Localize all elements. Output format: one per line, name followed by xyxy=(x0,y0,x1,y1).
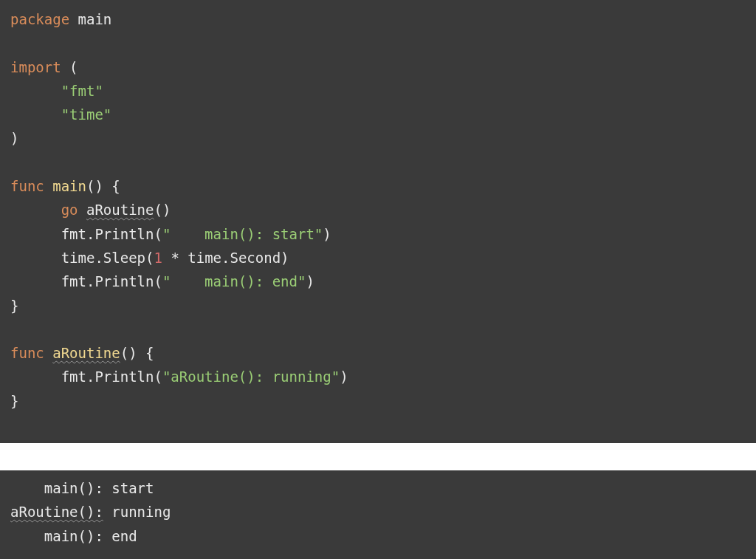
text: () { xyxy=(86,178,120,194)
number: 1 xyxy=(154,250,162,266)
indent xyxy=(10,202,61,218)
keyword: func xyxy=(10,345,44,361)
string: "fmt" xyxy=(61,83,103,99)
text: () { xyxy=(120,345,154,361)
space xyxy=(44,345,52,361)
separator xyxy=(0,443,756,470)
code-line xyxy=(10,318,746,341)
string: "time" xyxy=(61,106,112,123)
indent xyxy=(10,106,61,123)
output-text: running xyxy=(103,504,171,520)
space xyxy=(44,178,52,194)
indent xyxy=(10,273,61,289)
keyword: package xyxy=(10,11,69,27)
output-line: main(): start xyxy=(10,476,746,500)
code-line: fmt.Println(" main(): end") xyxy=(10,270,746,293)
code-editor[interactable]: package main import ( "fmt" "time" ) fun… xyxy=(0,0,756,443)
code-line xyxy=(10,31,746,55)
text: fmt.Println( xyxy=(61,368,162,385)
text: ) xyxy=(323,226,331,242)
indent xyxy=(10,226,61,242)
text: time.Sleep( xyxy=(61,250,154,266)
output-text: aRoutine(): xyxy=(10,504,103,520)
function-name: main xyxy=(52,178,86,194)
code-line: } xyxy=(10,294,746,318)
code-line: time.Sleep(1 * time.Second) xyxy=(10,246,746,270)
code-line: fmt.Println("aRoutine(): running") xyxy=(10,365,746,388)
output-line: aRoutine(): running xyxy=(10,500,746,524)
indent xyxy=(10,83,61,99)
code-line: "time" xyxy=(10,103,746,126)
text: fmt.Println( xyxy=(61,273,162,289)
text: fmt.Println( xyxy=(61,226,162,242)
space xyxy=(69,11,78,27)
keyword: import xyxy=(10,59,61,75)
indent xyxy=(10,368,61,385)
code-line: func main() { xyxy=(10,174,746,198)
text: ) xyxy=(340,368,348,385)
text: ( xyxy=(61,59,78,75)
keyword: go xyxy=(61,202,78,218)
text: ) xyxy=(306,273,314,289)
output-line: main(): end xyxy=(10,524,746,548)
identifier: main xyxy=(78,11,112,27)
output-console[interactable]: main(): start aRoutine(): running main()… xyxy=(0,470,756,559)
code-line: package main xyxy=(10,7,746,31)
code-line: "fmt" xyxy=(10,79,746,103)
function-call: aRoutine xyxy=(86,202,154,218)
space xyxy=(78,202,86,218)
text: * time.Second) xyxy=(162,250,289,266)
string: "aRoutine(): running" xyxy=(162,368,340,385)
indent xyxy=(10,250,61,266)
code-line: import ( xyxy=(10,55,746,79)
text: () xyxy=(154,202,171,218)
string: " main(): start" xyxy=(162,226,323,242)
code-line: } xyxy=(10,389,746,413)
string: " main(): end" xyxy=(162,273,306,289)
code-line: fmt.Println(" main(): start") xyxy=(10,222,746,246)
code-line: go aRoutine() xyxy=(10,198,746,222)
keyword: func xyxy=(10,178,44,194)
code-line xyxy=(10,151,746,174)
code-line: ) xyxy=(10,126,746,150)
function-name: aRoutine xyxy=(52,345,120,361)
code-line: func aRoutine() { xyxy=(10,341,746,365)
